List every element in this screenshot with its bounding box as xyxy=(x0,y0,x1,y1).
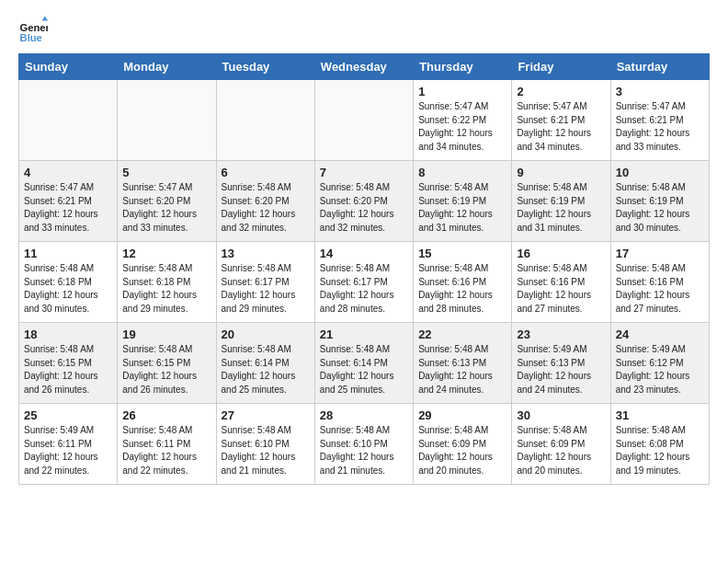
day-number: 23 xyxy=(517,327,605,341)
day-info: Sunrise: 5:48 AM Sunset: 6:18 PM Dayligh… xyxy=(122,262,210,316)
day-cell: 14Sunrise: 5:48 AM Sunset: 6:17 PM Dayli… xyxy=(314,242,413,323)
day-info: Sunrise: 5:48 AM Sunset: 6:11 PM Dayligh… xyxy=(122,424,210,477)
day-info: Sunrise: 5:48 AM Sunset: 6:10 PM Dayligh… xyxy=(320,424,408,477)
day-number: 28 xyxy=(320,408,408,422)
header-monday: Monday xyxy=(118,54,216,80)
day-info: Sunrise: 5:48 AM Sunset: 6:16 PM Dayligh… xyxy=(418,262,506,316)
day-number: 3 xyxy=(616,85,704,98)
day-cell xyxy=(118,80,216,161)
day-cell: 29Sunrise: 5:48 AM Sunset: 6:09 PM Dayli… xyxy=(414,404,512,485)
week-row-1: 1Sunrise: 5:47 AM Sunset: 6:22 PM Daylig… xyxy=(19,80,710,161)
day-cell: 30Sunrise: 5:48 AM Sunset: 6:09 PM Dayli… xyxy=(512,404,610,485)
day-info: Sunrise: 5:48 AM Sunset: 6:08 PM Dayligh… xyxy=(616,424,704,477)
day-number: 20 xyxy=(222,327,310,341)
day-number: 10 xyxy=(616,166,704,179)
day-number: 27 xyxy=(222,408,310,422)
day-cell: 22Sunrise: 5:48 AM Sunset: 6:13 PM Dayli… xyxy=(414,323,512,404)
day-cell: 2Sunrise: 5:47 AM Sunset: 6:21 PM Daylig… xyxy=(512,80,610,161)
header: General Blue xyxy=(18,15,710,44)
week-row-5: 25Sunrise: 5:49 AM Sunset: 6:11 PM Dayli… xyxy=(19,404,710,485)
header-sunday: Sunday xyxy=(19,54,118,80)
day-number: 6 xyxy=(222,166,310,179)
day-number: 4 xyxy=(24,166,112,179)
day-info: Sunrise: 5:47 AM Sunset: 6:21 PM Dayligh… xyxy=(616,100,704,154)
day-cell: 18Sunrise: 5:48 AM Sunset: 6:15 PM Dayli… xyxy=(19,323,118,404)
day-info: Sunrise: 5:49 AM Sunset: 6:13 PM Dayligh… xyxy=(517,343,605,396)
logo-icon: General Blue xyxy=(18,15,48,44)
day-info: Sunrise: 5:48 AM Sunset: 6:10 PM Dayligh… xyxy=(222,424,310,477)
day-info: Sunrise: 5:49 AM Sunset: 6:11 PM Dayligh… xyxy=(24,424,112,477)
day-info: Sunrise: 5:48 AM Sunset: 6:09 PM Dayligh… xyxy=(517,424,605,477)
day-number: 30 xyxy=(517,408,605,422)
day-info: Sunrise: 5:47 AM Sunset: 6:22 PM Dayligh… xyxy=(418,100,506,154)
day-info: Sunrise: 5:47 AM Sunset: 6:20 PM Dayligh… xyxy=(122,181,210,235)
day-number: 15 xyxy=(418,247,506,260)
header-saturday: Saturday xyxy=(610,54,709,80)
day-number: 13 xyxy=(222,247,310,260)
day-cell: 28Sunrise: 5:48 AM Sunset: 6:10 PM Dayli… xyxy=(314,404,413,485)
day-number: 11 xyxy=(24,247,112,260)
day-info: Sunrise: 5:48 AM Sunset: 6:13 PM Dayligh… xyxy=(418,343,506,396)
day-number: 7 xyxy=(320,166,408,179)
day-cell: 16Sunrise: 5:48 AM Sunset: 6:16 PM Dayli… xyxy=(512,242,610,323)
day-info: Sunrise: 5:48 AM Sunset: 6:16 PM Dayligh… xyxy=(616,262,704,316)
day-info: Sunrise: 5:48 AM Sunset: 6:19 PM Dayligh… xyxy=(517,181,605,235)
day-info: Sunrise: 5:48 AM Sunset: 6:18 PM Dayligh… xyxy=(24,262,112,316)
day-info: Sunrise: 5:48 AM Sunset: 6:19 PM Dayligh… xyxy=(616,181,704,235)
day-info: Sunrise: 5:48 AM Sunset: 6:14 PM Dayligh… xyxy=(320,343,408,396)
day-cell xyxy=(19,80,118,161)
day-info: Sunrise: 5:48 AM Sunset: 6:15 PM Dayligh… xyxy=(24,343,112,396)
day-cell: 10Sunrise: 5:48 AM Sunset: 6:19 PM Dayli… xyxy=(610,161,709,242)
day-info: Sunrise: 5:48 AM Sunset: 6:15 PM Dayligh… xyxy=(122,343,210,396)
day-number: 22 xyxy=(418,327,506,341)
day-cell: 21Sunrise: 5:48 AM Sunset: 6:14 PM Dayli… xyxy=(314,323,413,404)
day-number: 25 xyxy=(24,408,112,422)
day-cell: 15Sunrise: 5:48 AM Sunset: 6:16 PM Dayli… xyxy=(414,242,512,323)
header-wednesday: Wednesday xyxy=(314,54,413,80)
day-cell: 26Sunrise: 5:48 AM Sunset: 6:11 PM Dayli… xyxy=(118,404,216,485)
day-info: Sunrise: 5:48 AM Sunset: 6:17 PM Dayligh… xyxy=(320,262,408,316)
day-info: Sunrise: 5:47 AM Sunset: 6:21 PM Dayligh… xyxy=(24,181,112,235)
day-cell: 4Sunrise: 5:47 AM Sunset: 6:21 PM Daylig… xyxy=(19,161,118,242)
calendar: SundayMondayTuesdayWednesdayThursdayFrid… xyxy=(18,53,710,485)
day-cell: 17Sunrise: 5:48 AM Sunset: 6:16 PM Dayli… xyxy=(610,242,709,323)
day-number: 9 xyxy=(517,166,605,179)
day-info: Sunrise: 5:47 AM Sunset: 6:21 PM Dayligh… xyxy=(517,100,605,154)
header-tuesday: Tuesday xyxy=(216,54,314,80)
day-info: Sunrise: 5:48 AM Sunset: 6:17 PM Dayligh… xyxy=(222,262,310,316)
day-info: Sunrise: 5:48 AM Sunset: 6:14 PM Dayligh… xyxy=(222,343,310,396)
day-cell: 24Sunrise: 5:49 AM Sunset: 6:12 PM Dayli… xyxy=(610,323,709,404)
svg-text:Blue: Blue xyxy=(20,32,42,43)
day-number: 14 xyxy=(320,247,408,260)
day-cell: 12Sunrise: 5:48 AM Sunset: 6:18 PM Dayli… xyxy=(118,242,216,323)
day-info: Sunrise: 5:48 AM Sunset: 6:16 PM Dayligh… xyxy=(517,262,605,316)
day-number: 12 xyxy=(122,247,210,260)
day-cell: 8Sunrise: 5:48 AM Sunset: 6:19 PM Daylig… xyxy=(414,161,512,242)
day-cell: 27Sunrise: 5:48 AM Sunset: 6:10 PM Dayli… xyxy=(216,404,314,485)
day-number: 2 xyxy=(517,85,605,98)
day-info: Sunrise: 5:48 AM Sunset: 6:20 PM Dayligh… xyxy=(320,181,408,235)
day-number: 29 xyxy=(418,408,506,422)
day-number: 18 xyxy=(24,327,112,341)
day-cell: 9Sunrise: 5:48 AM Sunset: 6:19 PM Daylig… xyxy=(512,161,610,242)
day-cell: 7Sunrise: 5:48 AM Sunset: 6:20 PM Daylig… xyxy=(314,161,413,242)
day-number: 19 xyxy=(122,327,210,341)
calendar-header-row: SundayMondayTuesdayWednesdayThursdayFrid… xyxy=(19,54,710,80)
day-number: 1 xyxy=(418,85,506,98)
week-row-4: 18Sunrise: 5:48 AM Sunset: 6:15 PM Dayli… xyxy=(19,323,710,404)
day-cell: 31Sunrise: 5:48 AM Sunset: 6:08 PM Dayli… xyxy=(610,404,709,485)
day-cell: 20Sunrise: 5:48 AM Sunset: 6:14 PM Dayli… xyxy=(216,323,314,404)
day-number: 24 xyxy=(616,327,704,341)
day-info: Sunrise: 5:48 AM Sunset: 6:09 PM Dayligh… xyxy=(418,424,506,477)
day-cell: 1Sunrise: 5:47 AM Sunset: 6:22 PM Daylig… xyxy=(414,80,512,161)
svg-text:General: General xyxy=(20,22,48,33)
day-cell: 6Sunrise: 5:48 AM Sunset: 6:20 PM Daylig… xyxy=(216,161,314,242)
day-number: 26 xyxy=(122,408,210,422)
header-thursday: Thursday xyxy=(414,54,512,80)
day-number: 21 xyxy=(320,327,408,341)
day-cell: 19Sunrise: 5:48 AM Sunset: 6:15 PM Dayli… xyxy=(118,323,216,404)
week-row-3: 11Sunrise: 5:48 AM Sunset: 6:18 PM Dayli… xyxy=(19,242,710,323)
day-cell: 3Sunrise: 5:47 AM Sunset: 6:21 PM Daylig… xyxy=(610,80,709,161)
day-cell: 13Sunrise: 5:48 AM Sunset: 6:17 PM Dayli… xyxy=(216,242,314,323)
day-info: Sunrise: 5:48 AM Sunset: 6:20 PM Dayligh… xyxy=(222,181,310,235)
